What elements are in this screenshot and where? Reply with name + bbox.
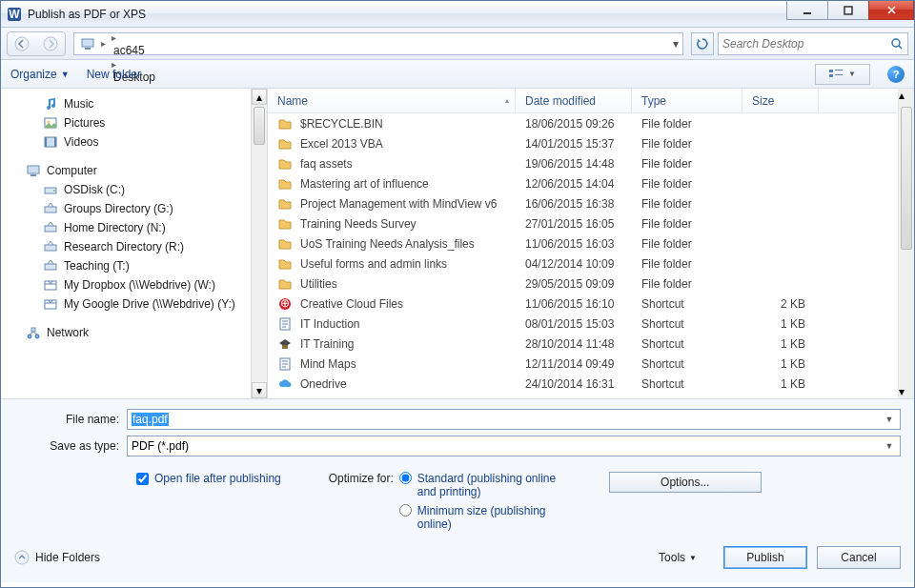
nav-item[interactable]: My Dropbox (\\Webdrive) (W:) bbox=[1, 275, 267, 294]
scroll-down-icon[interactable]: ▾ bbox=[252, 382, 267, 398]
chevron-down-icon: ▼ bbox=[848, 70, 856, 78]
net-icon bbox=[43, 201, 58, 216]
scroll-up-icon[interactable]: ▴ bbox=[252, 89, 267, 105]
svg-rect-11 bbox=[829, 74, 833, 77]
optimize-label: Optimize for: bbox=[329, 472, 394, 531]
nav-item[interactable]: My Google Drive (\\Webdrive) (Y:) bbox=[1, 294, 267, 314]
videos-icon bbox=[43, 134, 58, 150]
back-button[interactable] bbox=[8, 31, 36, 56]
folder-icon bbox=[277, 156, 293, 172]
file-row[interactable]: ⊕Creative Cloud Files11/06/2015 16:10Sho… bbox=[268, 294, 914, 314]
col-size[interactable]: Size bbox=[742, 89, 819, 112]
help-button[interactable]: ? bbox=[887, 66, 905, 83]
file-row[interactable]: Project Management with MindView v616/06… bbox=[268, 193, 914, 213]
filename-dropdown-icon[interactable]: ▼ bbox=[881, 412, 898, 427]
chevron-up-icon bbox=[14, 550, 30, 565]
nav-item[interactable]: Home Directory (N:) bbox=[1, 218, 267, 237]
col-date[interactable]: Date modified bbox=[516, 89, 632, 112]
hide-folders-button[interactable]: Hide Folders bbox=[14, 550, 100, 565]
svg-rect-17 bbox=[54, 137, 56, 147]
scroll-down-icon[interactable]: ▾ bbox=[899, 385, 914, 398]
saveas-label: Save as type: bbox=[14, 439, 127, 453]
svg-rect-30 bbox=[31, 328, 35, 332]
svg-rect-26 bbox=[45, 281, 56, 290]
network-icon bbox=[26, 325, 41, 340]
filelist-scrollbar[interactable]: ▴ ▾ bbox=[898, 89, 914, 398]
publish-button[interactable]: Publish bbox=[723, 546, 807, 569]
saveas-field[interactable]: PDF (*.pdf) ▼ bbox=[127, 436, 901, 456]
breadcrumb-dropdown-icon[interactable]: ▾ bbox=[669, 37, 682, 51]
maximize-button[interactable] bbox=[827, 1, 869, 20]
dialog-footer: Hide Folders Tools ▼ Publish Cancel bbox=[1, 537, 914, 582]
computer-icon bbox=[26, 163, 41, 178]
svg-rect-12 bbox=[835, 74, 843, 75]
nav-item[interactable]: Teaching (T:) bbox=[1, 256, 267, 275]
nav-item[interactable]: Research Directory (R:) bbox=[1, 237, 267, 256]
filename-label: File name: bbox=[14, 413, 127, 426]
open-after-checkbox[interactable]: Open file after publishing bbox=[136, 472, 281, 485]
saveas-dropdown-icon[interactable]: ▼ bbox=[881, 438, 898, 454]
nav-item[interactable]: Music bbox=[1, 94, 267, 113]
chevron-right-icon[interactable]: ▸ bbox=[110, 32, 118, 43]
options-button[interactable]: Options... bbox=[609, 472, 762, 493]
tools-button[interactable]: Tools ▼ bbox=[659, 551, 697, 564]
file-row[interactable]: Excel 2013 VBA14/01/2015 15:37File folde… bbox=[268, 133, 914, 153]
file-row[interactable]: UoS Training Needs Analysis_files11/06/2… bbox=[268, 233, 914, 253]
folder-icon bbox=[277, 176, 293, 192]
file-row[interactable]: Mind Maps12/11/2014 09:49Shortcut1 KB bbox=[268, 354, 914, 374]
svg-rect-7 bbox=[85, 48, 91, 50]
file-row[interactable]: IT Induction08/01/2015 15:03Shortcut1 KB bbox=[268, 314, 914, 334]
folder-icon bbox=[277, 256, 293, 272]
file-row[interactable]: Useful forms and admin links04/12/2014 1… bbox=[268, 253, 914, 274]
breadcrumb-segment[interactable]: ac645 bbox=[110, 44, 252, 57]
scroll-thumb[interactable] bbox=[254, 107, 265, 145]
file-row[interactable]: Mastering art of influence12/06/2015 14:… bbox=[268, 173, 914, 193]
drive-icon bbox=[43, 182, 58, 197]
svg-point-28 bbox=[28, 335, 31, 338]
svg-point-29 bbox=[35, 335, 39, 338]
filename-value[interactable]: faq.pdf bbox=[132, 413, 169, 426]
search-field[interactable] bbox=[722, 37, 890, 51]
svg-rect-25 bbox=[45, 264, 56, 270]
filename-field[interactable]: faq.pdf ▼ bbox=[127, 409, 901, 430]
nav-computer[interactable]: Computer bbox=[1, 161, 267, 180]
svg-rect-6 bbox=[82, 39, 93, 47]
optimize-standard-radio[interactable]: Standard (publishing online and printing… bbox=[399, 472, 561, 498]
col-name[interactable]: Name▴ bbox=[268, 89, 516, 112]
nav-item[interactable]: Groups Directory (G:) bbox=[1, 199, 267, 218]
file-row[interactable]: $RECYCLE.BIN18/06/2015 09:26File folder bbox=[268, 113, 914, 133]
new-folder-button[interactable]: New folder bbox=[87, 68, 141, 81]
minimize-button[interactable] bbox=[786, 1, 828, 20]
navpane-scrollbar[interactable]: ▴ ▾ bbox=[251, 89, 267, 398]
net-icon bbox=[43, 239, 58, 254]
file-row[interactable]: faq assets19/06/2015 14:48File folder bbox=[268, 153, 914, 173]
search-input[interactable] bbox=[718, 32, 908, 55]
nav-item[interactable]: Pictures bbox=[1, 113, 267, 132]
save-form: File name: faq.pdf ▼ Save as type: PDF (… bbox=[1, 399, 914, 537]
scroll-thumb[interactable] bbox=[901, 107, 912, 250]
file-row[interactable]: Training Needs Survey27/01/2015 16:05Fil… bbox=[268, 213, 914, 233]
forward-button[interactable] bbox=[36, 31, 65, 56]
nav-network[interactable]: Network bbox=[1, 323, 267, 342]
breadcrumb[interactable]: ▸ Network▸smbhome.uscs.susx.ac.uk▸ac645▸… bbox=[73, 32, 683, 55]
file-row[interactable]: IT Training28/10/2014 11:48Shortcut1 KB bbox=[268, 334, 914, 354]
svg-rect-19 bbox=[30, 174, 36, 176]
chevron-right-icon[interactable]: ▸ bbox=[99, 38, 108, 49]
nav-row: ▸ Network▸smbhome.uscs.susx.ac.uk▸ac645▸… bbox=[1, 28, 914, 60]
optimize-minimum-radio[interactable]: Minimum size (publishing online) bbox=[399, 504, 561, 531]
note-icon bbox=[277, 316, 293, 332]
file-row[interactable]: Utilities29/05/2015 09:09File folder bbox=[268, 274, 914, 294]
organize-button[interactable]: Organize ▼ bbox=[10, 68, 70, 81]
svg-point-21 bbox=[53, 190, 55, 192]
close-button[interactable] bbox=[868, 1, 914, 20]
title-bar: W Publish as PDF or XPS bbox=[1, 1, 914, 28]
cancel-button[interactable]: Cancel bbox=[817, 546, 901, 569]
file-row[interactable]: Onedrive24/10/2014 16:31Shortcut1 KB bbox=[268, 374, 914, 394]
col-type[interactable]: Type bbox=[632, 89, 742, 112]
nav-item[interactable]: Videos bbox=[1, 132, 267, 152]
svg-rect-16 bbox=[45, 137, 47, 147]
nav-item[interactable]: OSDisk (C:) bbox=[1, 180, 267, 199]
view-mode-button[interactable]: ▼ bbox=[815, 64, 870, 85]
refresh-button[interactable] bbox=[691, 32, 714, 55]
scroll-up-icon[interactable]: ▴ bbox=[899, 89, 914, 102]
